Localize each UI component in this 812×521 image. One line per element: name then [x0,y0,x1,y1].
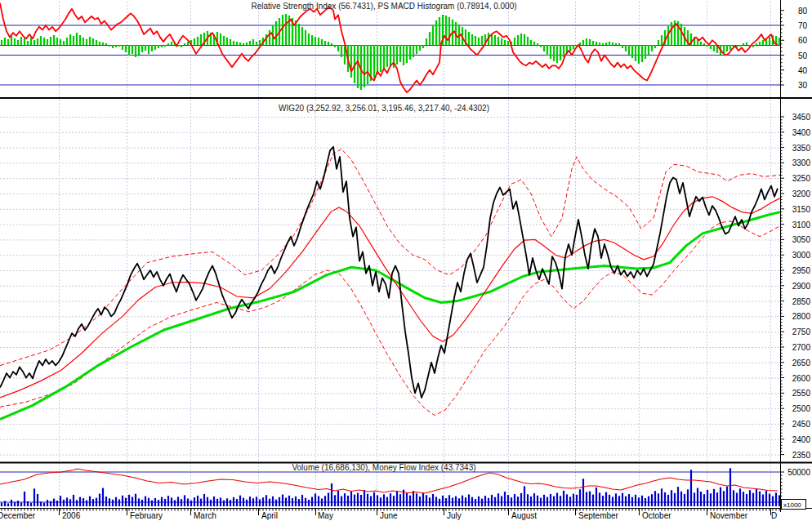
macd-bar [599,42,600,45]
volume-bar [40,501,42,506]
axis-tick-label: 70 [798,21,808,30]
macd-bar [301,27,303,45]
macd-bar [43,38,45,45]
volume-bar [125,498,127,506]
macd-bar [141,45,143,52]
volume-panel-title: Volume (16,686,130), Money Flow Index (4… [292,463,475,472]
macd-bar [605,42,607,45]
macd-bar [252,39,254,45]
macd-bar [612,42,613,45]
bollinger-upper-line [0,149,780,366]
macd-bar [596,42,597,45]
axis-tick-label: 2450 [792,420,811,429]
macd-bar [406,45,408,63]
macd-bar [148,45,149,54]
chart-layers: 8070605040303450340033503300325032003150… [0,0,812,520]
chart-canvas[interactable]: 8070605040303450340033503300325032003150… [0,0,812,521]
volume-bar [4,501,6,506]
bollinger-lower-line [0,221,780,416]
volume-bar [318,496,319,506]
multiplier-label: x1000 [783,501,801,509]
volume-bar [298,499,300,506]
macd-bar [419,45,421,51]
macd-bar [622,45,623,48]
volume-bar [396,492,398,506]
macd-bar [60,39,61,45]
axis-tick-label: 2350 [792,451,811,460]
macd-bar [645,45,646,59]
axis-tick-label: 2700 [792,343,811,352]
macd-bar [318,38,319,45]
volume-bar [468,494,470,506]
volume-bar [259,499,261,506]
volume-bar [658,493,659,506]
macd-bar [654,45,656,48]
macd-bar [102,42,104,45]
axis-tick-label: 30 [798,81,808,90]
volume-bar [122,496,123,506]
month-label: August [511,511,537,520]
volume-bar [579,489,581,506]
volume-bar [390,493,391,506]
macd-bar [50,37,51,45]
macd-bar [73,36,74,45]
axis-tick-label: 3450 [792,113,811,122]
volume-bar [11,500,12,506]
volume-bar [154,498,156,506]
macd-bar [752,45,754,47]
volume-bar [328,492,329,506]
macd-bar [37,38,38,45]
macd-bar [86,39,87,45]
macd-bar [298,24,300,45]
macd-bar [445,16,447,45]
volume-bar [413,491,414,506]
macd-bar [259,40,261,45]
macd-bar [66,38,68,45]
month-label: D [771,511,777,520]
macd-bar [96,40,97,45]
volume-bar [448,495,450,506]
axis-tick-label: 2550 [792,389,811,398]
macd-bar [167,43,169,45]
macd-bar [609,42,610,45]
macd-bar [746,42,747,45]
macd-bar [658,40,659,45]
volume-bar [589,492,591,506]
volume-bar [102,488,104,506]
volume-bar [746,494,747,506]
macd-bar [220,33,221,45]
macd-bar [628,45,630,55]
macd-bar [197,37,199,45]
macd-bar [769,37,770,45]
macd-bar [413,45,414,57]
volume-bar [145,497,146,506]
macd-bar [396,45,398,65]
macd-bar [533,42,535,45]
macd-bar [743,43,744,45]
volume-bar [386,497,388,506]
chart-window: 8070605040303450340033503300325032003150… [0,0,812,521]
volume-bar [612,497,613,506]
macd-bar [507,41,509,45]
volume-bar [357,493,359,506]
volume-bar [295,497,297,506]
volume-bar [442,496,444,506]
axis-tick-label: 2950 [792,266,811,275]
macd-bar [739,45,741,47]
volume-bar [27,501,29,506]
macd-bar [311,35,313,45]
macd-bar [226,38,228,45]
macd-bar [24,38,25,45]
volume-bar [582,479,584,506]
volume-bar [282,495,283,506]
volume-bar [416,493,417,506]
volume-bar [455,497,457,506]
volume-bar [17,501,19,506]
axis-tick-label: 2900 [792,282,811,291]
macd-bar [341,45,342,57]
volume-bar [73,495,74,506]
volume-bar [377,495,378,506]
volume-bar [566,494,568,506]
volume-bar [687,489,689,506]
volume-bar [399,494,401,506]
